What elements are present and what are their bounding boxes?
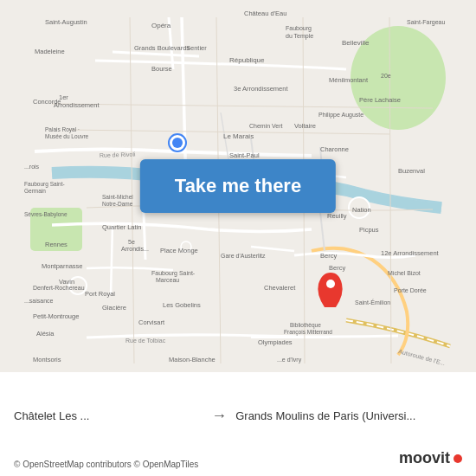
- svg-text:...saisance: ...saisance: [24, 298, 54, 304]
- svg-text:Belleville: Belleville: [342, 39, 370, 47]
- svg-text:Montsoris: Montsoris: [33, 356, 61, 363]
- svg-text:François Mitterrand: François Mitterrand: [284, 329, 332, 336]
- from-label: Châtelet Les ...: [14, 409, 203, 422]
- svg-text:20e: 20e: [381, 73, 391, 79]
- svg-text:3e Arrondissement: 3e Arrondissement: [234, 85, 288, 93]
- svg-text:Saint-Émilion: Saint-Émilion: [355, 299, 390, 306]
- svg-text:Buzenval: Buzenval: [398, 167, 425, 175]
- svg-text:Saint-Augustin: Saint-Augustin: [45, 18, 87, 26]
- svg-text:Musée du Louvre: Musée du Louvre: [45, 133, 89, 139]
- svg-text:Arrondissement: Arrondissement: [54, 101, 100, 109]
- svg-text:Alésia: Alésia: [36, 330, 55, 338]
- svg-point-85: [326, 280, 335, 288]
- route-row: Châtelet Les ... → Grands Moulins de Par…: [0, 372, 476, 456]
- svg-text:Chemin Vert: Chemin Vert: [249, 123, 283, 129]
- svg-text:Voltaire: Voltaire: [294, 122, 316, 130]
- svg-text:Rue de Tolbiac: Rue de Tolbiac: [125, 338, 166, 344]
- svg-text:Arrondis...: Arrondis...: [121, 246, 149, 252]
- svg-text:Madeleine: Madeleine: [35, 48, 65, 55]
- svg-text:Saint-Fargeau: Saint-Fargeau: [407, 19, 445, 26]
- svg-text:Bercy: Bercy: [329, 264, 345, 272]
- svg-text:Ménilmontant: Ménilmontant: [329, 76, 369, 84]
- svg-text:Château d'Eau: Château d'Eau: [244, 10, 286, 17]
- svg-text:Denfert-Rochereau: Denfert-Rochereau: [33, 285, 85, 291]
- moovit-text: moovit: [399, 449, 450, 467]
- svg-text:Germain: Germain: [24, 188, 46, 194]
- svg-text:Glacière: Glacière: [102, 304, 126, 312]
- moovit-logo: moovit: [399, 449, 462, 467]
- svg-point-84: [172, 138, 183, 148]
- svg-text:République: République: [229, 56, 265, 64]
- svg-text:Philippe Auguste: Philippe Auguste: [318, 112, 363, 119]
- take-me-there-button[interactable]: Take me there: [140, 159, 336, 213]
- svg-text:Montparnasse: Montparnasse: [42, 262, 83, 270]
- svg-text:Quartier Latin: Quartier Latin: [102, 223, 141, 231]
- map-container: Opéra Grands Boulevards Bourse Sentier R…: [0, 0, 476, 372]
- svg-text:Corvisart: Corvisart: [138, 318, 165, 326]
- svg-text:Sèvres-Babylone: Sèvres-Babylone: [24, 211, 68, 218]
- svg-text:5e: 5e: [128, 239, 135, 245]
- svg-text:Michel Bizot: Michel Bizot: [388, 270, 421, 276]
- svg-text:Bibliothèque: Bibliothèque: [290, 322, 321, 329]
- svg-text:1er: 1er: [59, 93, 68, 101]
- svg-text:Faubourg: Faubourg: [286, 25, 312, 32]
- svg-text:Olympiades: Olympiades: [258, 338, 293, 346]
- svg-text:du Temple: du Temple: [286, 33, 313, 40]
- svg-text:12e Arrondissement: 12e Arrondissement: [381, 249, 440, 257]
- svg-text:Grands Boulevards: Grands Boulevards: [134, 44, 190, 52]
- svg-text:Chevaleret: Chevaleret: [264, 284, 296, 292]
- svg-text:...rois: ...rois: [24, 164, 40, 170]
- svg-text:Porte Dorée: Porte Dorée: [394, 287, 427, 293]
- svg-text:Reuilly: Reuilly: [327, 212, 347, 220]
- svg-text:Charonne: Charonne: [320, 145, 349, 153]
- svg-text:Bercy: Bercy: [320, 252, 337, 260]
- svg-text:Saint-Paul: Saint-Paul: [229, 151, 260, 159]
- svg-text:Palais Royal ·: Palais Royal ·: [45, 126, 80, 133]
- svg-text:Bourse: Bourse: [151, 65, 172, 73]
- bottom-bar: Châtelet Les ... → Grands Moulins de Par…: [0, 372, 476, 476]
- svg-text:Le Marais: Le Marais: [223, 132, 254, 140]
- svg-text:Petit-Montrouge: Petit-Montrouge: [33, 312, 79, 320]
- svg-text:Notre-Dame: Notre-Dame: [102, 201, 133, 207]
- svg-text:Rennes: Rennes: [45, 241, 68, 248]
- svg-text:Saint-Michel: Saint-Michel: [102, 194, 133, 200]
- svg-text:Rue de Rivoli: Rue de Rivoli: [100, 151, 136, 158]
- moovit-dot: [453, 454, 462, 463]
- svg-text:Maison-Blanche: Maison-Blanche: [169, 356, 215, 363]
- svg-text:Picpus: Picpus: [359, 226, 379, 234]
- svg-text:...e d'Ivry: ...e d'Ivry: [277, 357, 302, 363]
- svg-text:Faubourg Saint-: Faubourg Saint-: [151, 270, 196, 277]
- arrow-right-icon: →: [211, 407, 227, 425]
- svg-text:Nation: Nation: [352, 206, 371, 214]
- svg-text:Gare d'Austerlitz: Gare d'Austerlitz: [221, 253, 266, 259]
- svg-text:Père Lachaise: Père Lachaise: [359, 96, 401, 104]
- svg-text:Les Gobelins: Les Gobelins: [163, 301, 201, 309]
- svg-text:Faubourg Saint-: Faubourg Saint-: [24, 181, 65, 188]
- svg-text:Place Monge: Place Monge: [160, 247, 198, 254]
- to-label: Grands Moulins de Paris (Universi...: [235, 409, 462, 422]
- svg-text:Port Royal: Port Royal: [85, 290, 115, 298]
- svg-text:Sentier: Sentier: [186, 44, 207, 52]
- svg-text:Opéra: Opéra: [151, 22, 171, 29]
- svg-text:Marceau: Marceau: [156, 277, 179, 283]
